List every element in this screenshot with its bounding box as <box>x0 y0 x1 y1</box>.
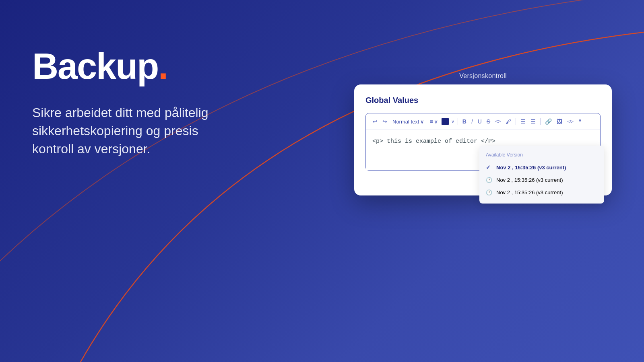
right-panel: Versjonskontroll Global Values ↩ ↪ Norma… <box>354 72 612 195</box>
code-inline-button[interactable]: <> <box>494 118 502 125</box>
text-style-chevron: ∨ <box>420 119 424 125</box>
redo-button[interactable]: ↪ <box>381 117 388 125</box>
version-item-0[interactable]: ✓ Nov 2 , 15:35:26 (v3 current) <box>479 161 604 174</box>
version-item-2[interactable]: 🕐 Nov 2 , 15:35:26 (v3 current) <box>479 186 604 199</box>
link-button[interactable]: 🔗 <box>544 117 553 125</box>
strikethrough-button[interactable]: S <box>485 117 491 125</box>
italic-button[interactable]: I <box>470 117 474 125</box>
editor-toolbar: ↩ ↪ Normal text ∨ ≡ ∨ ∨ B I U S <> 🖌 <box>366 113 600 130</box>
align-select[interactable]: ≡ ∨ <box>428 117 439 125</box>
check-icon: ✓ <box>486 164 492 171</box>
card-title: Global Values <box>365 96 601 105</box>
divider-2 <box>516 118 516 125</box>
color-picker[interactable] <box>442 118 449 125</box>
brand-name-text: Backup <box>32 46 158 86</box>
version-item-1-text: Nov 2 , 15:35:26 (v3 current) <box>496 177 563 183</box>
version-item-2-text: Nov 2 , 15:35:26 (v3 current) <box>496 189 563 195</box>
align-chevron: ∨ <box>434 118 438 125</box>
brand-dot: . <box>158 46 167 86</box>
editor-card: Global Values ↩ ↪ Normal text ∨ ≡ ∨ ∨ B … <box>354 84 612 195</box>
image-button[interactable]: 🖼 <box>555 117 564 125</box>
list-bullet-button[interactable]: ☰ <box>519 117 527 125</box>
clock-icon-1: 🕐 <box>486 177 492 183</box>
paint-button[interactable]: 🖌 <box>504 117 512 125</box>
editor-content: <p> this is example of editor </P> <box>372 138 495 145</box>
editor-wrapper: ↩ ↪ Normal text ∨ ≡ ∨ ∨ B I U S <> 🖌 <box>365 113 601 171</box>
underline-button[interactable]: U <box>477 117 483 125</box>
left-content: Backup. Sikre arbeidet ditt med påliteli… <box>32 48 225 158</box>
clock-icon-2: 🕐 <box>486 189 492 195</box>
divider-3 <box>540 118 541 125</box>
available-version-label: Available Version <box>479 150 604 161</box>
undo-button[interactable]: ↩ <box>372 117 379 125</box>
panel-label: Versjonskontroll <box>354 72 612 80</box>
version-item-0-text: Nov 2 , 15:35:26 (v3 current) <box>496 165 566 171</box>
text-style-label: Normal text <box>392 119 419 125</box>
version-dropdown: Available Version ✓ Nov 2 , 15:35:26 (v3… <box>479 146 604 204</box>
brand-title: Backup. <box>32 48 225 84</box>
text-style-select[interactable]: Normal text ∨ <box>391 118 426 125</box>
code-block-button[interactable]: </> <box>566 118 575 125</box>
divider-1 <box>458 118 458 125</box>
align-icon: ≡ <box>429 118 433 125</box>
version-item-1[interactable]: 🕐 Nov 2 , 15:35:26 (v3 current) <box>479 174 604 186</box>
list-number-button[interactable]: ☰ <box>529 117 537 125</box>
divider-button[interactable]: — <box>585 117 593 125</box>
quote-button[interactable]: ❝ <box>577 117 583 125</box>
brand-subtitle: Sikre arbeidet ditt med pålitelig sikker… <box>32 104 225 158</box>
color-chevron[interactable]: ∨ <box>451 119 454 124</box>
bold-button[interactable]: B <box>461 117 468 125</box>
